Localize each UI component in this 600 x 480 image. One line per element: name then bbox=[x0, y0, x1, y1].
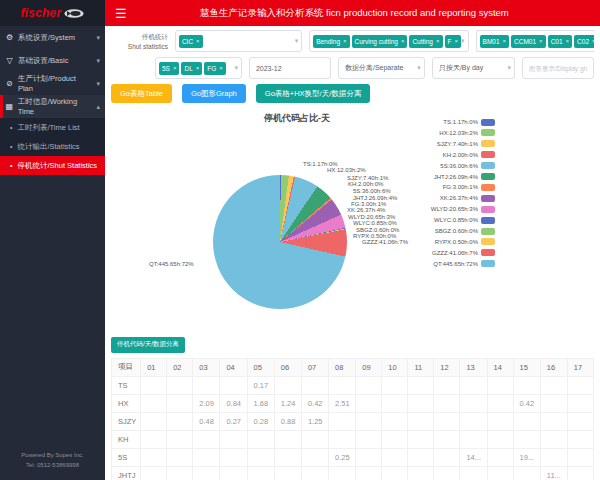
filter-tag[interactable]: Cutting× bbox=[409, 35, 442, 48]
close-icon[interactable]: × bbox=[196, 38, 200, 44]
table-cell: 2.09 bbox=[193, 394, 220, 412]
table-header-cell: 09 bbox=[356, 358, 382, 376]
sidebar-submenu: •工时列表/Time List•统计输出/Statistics•停机统计/Shu… bbox=[0, 118, 105, 175]
sidebar: fischer ⚙系统设置/System▾▽基础设置/Basic▾⊘生产计划/P… bbox=[0, 0, 105, 480]
table-cell bbox=[487, 394, 513, 412]
go-table-button[interactable]: Go表格Table bbox=[111, 84, 172, 103]
filter-tag[interactable]: FG× bbox=[204, 62, 226, 75]
close-icon[interactable]: × bbox=[566, 38, 570, 44]
sidebar-subitem-label: 统计输出/Statistics bbox=[17, 142, 79, 152]
legend-item[interactable]: XK:26.37h:4% bbox=[365, 194, 495, 203]
sidebar-subitem[interactable]: •统计输出/Statistics bbox=[0, 137, 105, 156]
close-icon[interactable]: × bbox=[196, 65, 200, 71]
chevron-down-icon: ▾ bbox=[507, 64, 511, 72]
filter-tag[interactable]: DL× bbox=[181, 62, 202, 75]
process-type-select[interactable]: Bending×Curving cutting×Cutting×F×▾ bbox=[309, 30, 468, 52]
display-graph-input[interactable] bbox=[522, 57, 594, 79]
legend-item[interactable]: GZZZ:41.06h:7% bbox=[365, 248, 495, 257]
table-cell bbox=[540, 412, 567, 430]
filter-tag[interactable]: CCM01× bbox=[511, 35, 546, 48]
legend-label: JHTJ:26.09h:4% bbox=[434, 174, 478, 180]
close-icon[interactable]: × bbox=[343, 38, 347, 44]
table-row-name: TS bbox=[112, 376, 141, 394]
legend-item[interactable]: WLYD:20.65h:3% bbox=[365, 205, 495, 214]
table-cell bbox=[167, 448, 193, 466]
table-cell bbox=[141, 430, 167, 448]
legend-item[interactable]: WLYC:0.85h:0% bbox=[365, 216, 495, 225]
separate-select[interactable]: 数据分离/Separate ▾ bbox=[338, 57, 425, 79]
sidebar-subitem[interactable]: •工时列表/Time List bbox=[0, 118, 105, 137]
go-graph-button[interactable]: Go图形Graph bbox=[182, 84, 246, 103]
table-section-label: 停机代码/天/数据分离 bbox=[111, 337, 185, 353]
close-icon[interactable]: × bbox=[592, 38, 594, 44]
filter-tag[interactable]: BM01× bbox=[480, 35, 510, 48]
main-column: ☰ 慧鱼生产记录输入和分析系统 ficn production record a… bbox=[105, 0, 600, 480]
pie-chart[interactable] bbox=[213, 175, 347, 309]
close-icon[interactable]: × bbox=[219, 65, 223, 71]
sidebar-item-plan[interactable]: ⊘生产计划/Product Plan▾ bbox=[0, 72, 105, 95]
table-row-name: JHTJ bbox=[112, 466, 141, 480]
table-header-cell: 11 bbox=[408, 358, 434, 376]
legend-item[interactable]: HX:12.03h:2% bbox=[365, 128, 495, 137]
table-cell bbox=[247, 430, 274, 448]
table-cell bbox=[382, 448, 408, 466]
month-input[interactable] bbox=[249, 57, 331, 79]
filter-tag[interactable]: F× bbox=[445, 35, 462, 48]
filter-tag[interactable]: 5S× bbox=[159, 62, 179, 75]
legend-item[interactable]: SBGZ:0.60h:0% bbox=[365, 227, 495, 236]
shut-code-select[interactable]: CIC×▾ bbox=[175, 30, 302, 52]
close-icon[interactable]: × bbox=[436, 38, 440, 44]
sidebar-item-gear[interactable]: ⚙系统设置/System▾ bbox=[0, 26, 105, 49]
filter-tag[interactable]: CIC× bbox=[179, 35, 203, 48]
table-cell bbox=[301, 430, 328, 448]
sidebar-item-filter[interactable]: ▽基础设置/Basic▾ bbox=[0, 49, 105, 72]
legend-item[interactable]: 5S:36.00h:6% bbox=[365, 161, 495, 170]
legend-item[interactable]: QT:445.65h:72% bbox=[365, 259, 495, 268]
close-icon[interactable]: × bbox=[539, 38, 543, 44]
bullet-icon: • bbox=[10, 162, 12, 169]
sidebar-item-label: 系统设置/System bbox=[18, 33, 75, 43]
table-header-cell: 10 bbox=[382, 358, 408, 376]
legend-item[interactable]: TS:1.17h:0% bbox=[365, 118, 495, 127]
legend-swatch bbox=[481, 162, 495, 169]
sidebar-item-calendar[interactable]: ▦工时信息/Working Time▴ bbox=[0, 95, 105, 118]
sidebar-subitem-label: 停机统计/Shut Statistics bbox=[17, 161, 97, 171]
table-cell bbox=[513, 430, 540, 448]
chevron-down-icon: ▾ bbox=[417, 64, 421, 72]
legend-swatch bbox=[481, 195, 495, 202]
legend-label: XK:26.37h:4% bbox=[440, 195, 478, 201]
sidebar-subitem[interactable]: •停机统计/Shut Statistics bbox=[0, 156, 105, 175]
legend-swatch bbox=[481, 184, 495, 191]
table-cell bbox=[408, 448, 434, 466]
filter-tag[interactable]: C02× bbox=[574, 35, 594, 48]
filter-tag[interactable]: Curving cutting× bbox=[352, 35, 408, 48]
legend-item[interactable]: JHTJ:26.09h:4% bbox=[365, 172, 495, 181]
chevron-down-icon: ▾ bbox=[461, 37, 465, 45]
close-icon[interactable]: × bbox=[401, 38, 405, 44]
legend-item[interactable]: FG:3.00h:1% bbox=[365, 183, 495, 192]
by-day-select-value: 只按天/By day bbox=[436, 63, 483, 73]
table-header-cell: 16 bbox=[540, 358, 567, 376]
sidebar-item-label: 基础设置/Basic bbox=[18, 56, 68, 66]
table-row-name: HX bbox=[112, 394, 141, 412]
by-day-select[interactable]: 只按天/By day ▾ bbox=[432, 57, 515, 79]
sidebar-footer: Powered By Supes Inc. Tel: 0512-53869998 bbox=[0, 450, 105, 480]
legend-item[interactable]: KH:2.00h:0% bbox=[365, 150, 495, 159]
filter-tag-label: Cutting bbox=[412, 38, 433, 45]
table-cell bbox=[141, 376, 167, 394]
filter-tag[interactable]: Bending× bbox=[313, 35, 349, 48]
close-icon[interactable]: × bbox=[455, 38, 459, 44]
table-cell: 0.42 bbox=[513, 394, 540, 412]
legend-item[interactable]: RYPX:0.50h:0% bbox=[365, 237, 495, 246]
shift-select[interactable]: 5S×DL×FG×▾ bbox=[155, 57, 242, 79]
go-combined-button[interactable]: Go表格+HX换型/天/数据分离 bbox=[256, 84, 370, 103]
close-icon[interactable]: × bbox=[173, 65, 177, 71]
machine-select[interactable]: BM01×CCM01×C01×C02× bbox=[476, 30, 594, 52]
legend-swatch bbox=[481, 129, 495, 136]
close-icon[interactable]: × bbox=[503, 38, 507, 44]
filter-tag[interactable]: C01× bbox=[548, 35, 572, 48]
legend-item[interactable]: SJZY:7.40h:1% bbox=[365, 139, 495, 148]
legend-swatch bbox=[481, 173, 495, 180]
hamburger-icon[interactable]: ☰ bbox=[115, 6, 127, 21]
calendar-icon: ▦ bbox=[5, 102, 14, 111]
